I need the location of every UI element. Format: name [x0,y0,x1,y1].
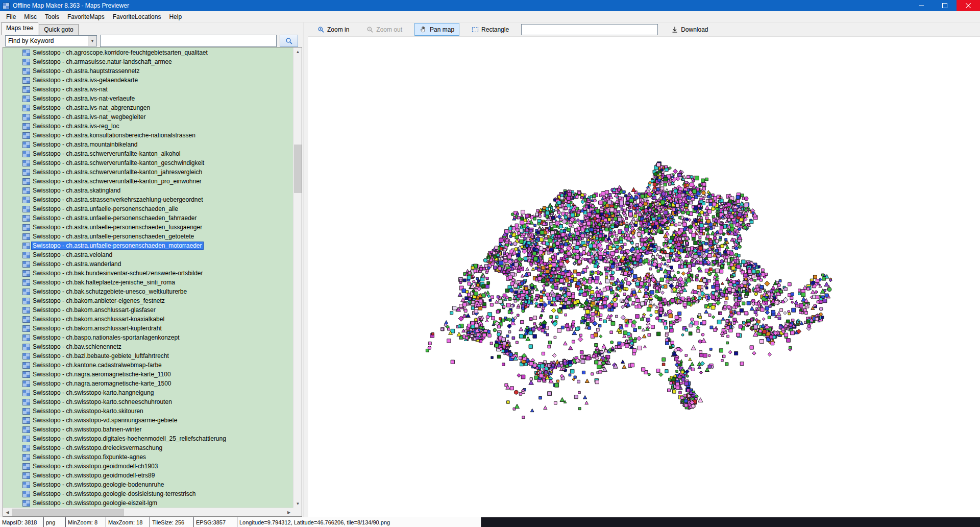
list-item[interactable]: Swisstopo - ch.nagra.aeromagnetische-kar… [3,379,293,388]
list-item[interactable]: Swisstopo - ch.astra.mountainbikeland [3,140,293,149]
list-item[interactable]: Swisstopo - ch.bak.halteplaetze-jenische… [3,278,293,287]
list-item[interactable]: Swisstopo - ch.armasuisse.natur-landscha… [3,57,293,66]
list-item[interactable]: Swisstopo - ch.bak.bundesinventar-schuet… [3,269,293,278]
list-item[interactable]: Swisstopo - ch.bakom.anschlussart-glasfa… [3,305,293,315]
list-item[interactable]: Swisstopo - ch.bak.schutzgebiete-unesco_… [3,287,293,296]
list-item[interactable]: Swisstopo - ch.astra.schwerverunfallte-k… [3,149,293,158]
scroll-up-arrow[interactable]: ▲ [293,47,302,56]
list-item[interactable]: Swisstopo - ch.astra.unfaelle-personensc… [3,232,293,241]
list-item-label: Swisstopo - ch.bakom.anbieter-eigenes_fe… [31,297,166,305]
scroll-right-arrow[interactable]: ▶ [285,508,293,517]
list-item[interactable]: Swisstopo - ch.astra.strassenverkehrszae… [3,195,293,204]
map-tile-icon [22,105,31,111]
scroll-down-arrow[interactable]: ▼ [293,499,302,508]
menu-item-tools[interactable]: Tools [41,12,63,21]
maximize-button[interactable] [933,0,957,11]
list-item[interactable]: Swisstopo - ch.swisstopo-karto.schneesch… [3,397,293,406]
map-tile-icon [22,325,31,332]
map-tile-icon [22,261,31,268]
zoom-in-button[interactable]: Zoom in [312,23,354,36]
map-tile-icon [22,114,31,121]
horizontal-scrollbar[interactable]: ◀ ▶ [3,508,293,516]
chevron-down-icon[interactable]: ▾ [88,36,96,46]
menu-item-favoritelocations[interactable]: FavoriteLocations [109,12,165,21]
list-item[interactable]: Swisstopo - ch.kantone.cadastralwebmap-f… [3,361,293,370]
list-item[interactable]: Swisstopo - ch.bakom.anbieter-eigenes_fe… [3,296,293,305]
zoom-out-button[interactable]: Zoom out [361,23,407,36]
list-item-label: Swisstopo - ch.bakom.anschlussart-glasfa… [31,306,157,314]
list-item[interactable]: Swisstopo - ch.swisstopo-vd.spannungsarm… [3,416,293,425]
scroll-left-arrow[interactable]: ◀ [3,508,12,516]
list-item[interactable]: Swisstopo - ch.bazl.bebaute-gebiete_luft… [3,351,293,361]
list-item[interactable]: Swisstopo - ch.astra.ivs-nat_wegbegleite… [3,112,293,122]
list-item[interactable]: Swisstopo - ch.astra.unfaelle-personensc… [3,204,293,213]
map-tile-icon [22,344,31,350]
menu-item-file[interactable]: File [2,12,20,21]
list-item[interactable]: Swisstopo - ch.swisstopo-karto.hangneigu… [3,388,293,397]
list-item[interactable]: Swisstopo - ch.astra.ivs-nat_abgrenzunge… [3,103,293,112]
download-button[interactable]: Download [666,23,713,36]
map-tile-icon [22,187,31,194]
list-item[interactable]: Swisstopo - ch.astra.ivs-nat-verlaeufe [3,94,293,103]
list-item[interactable]: Swisstopo - ch.astra.skatingland [3,186,293,195]
list-item[interactable]: Swisstopo - ch.astra.konsultationsbereic… [3,131,293,140]
list-item[interactable]: Swisstopo - ch.swisstopo.geoidmodell-etr… [3,471,293,480]
list-item[interactable]: Swisstopo - ch.swisstopo.digitales-hoehe… [3,434,293,443]
list-item[interactable]: Swisstopo - ch.swisstopo.geologie-bodenu… [3,480,293,489]
vertical-scrollbar[interactable]: ▲ ▼ [293,47,302,508]
panel-splitter[interactable] [304,22,308,517]
list-item[interactable]: Swisstopo - ch.bakom.anschlussart-kupfer… [3,324,293,333]
list-item[interactable]: Swisstopo - ch.astra.unfaelle-personensc… [3,213,293,223]
list-item[interactable]: Swisstopo - ch.astra.unfaelle-personensc… [3,241,293,250]
menu-item-help[interactable]: Help [165,12,186,21]
close-button[interactable] [957,0,980,11]
list-item-label: Swisstopo - ch.swisstopo-karto.schneesch… [31,398,174,406]
list-item[interactable]: Swisstopo - ch.swisstopo.geologie-eiszei… [3,498,293,508]
rectangle-icon [472,27,479,33]
toolbar-input[interactable] [521,24,658,35]
list-item[interactable]: Swisstopo - ch.astra.ivs-nat [3,85,293,94]
search-button[interactable] [280,35,298,47]
map-tile-icon [22,353,31,360]
search-input[interactable] [100,35,277,47]
list-item[interactable]: Swisstopo - ch.astra.veloland [3,250,293,259]
map-canvas[interactable] [308,37,980,517]
list-item[interactable]: Swisstopo - ch.swisstopo.fixpunkte-agnes [3,452,293,462]
search-mode-dropdown[interactable]: Find by Keyword ▾ [5,35,97,46]
list-item[interactable]: Swisstopo - ch.astra.hauptstrassennetz [3,66,293,76]
list-item[interactable]: Swisstopo - ch.astra.wanderland [3,259,293,269]
tab-maps-tree[interactable]: Maps tree [1,22,38,35]
menu-item-misc[interactable]: Misc [20,12,41,21]
list-item[interactable]: Swisstopo - ch.swisstopo.bahnen-winter [3,425,293,434]
list-item-label: Swisstopo - ch.bak.schutzgebiete-unesco_… [31,288,188,296]
list-item[interactable]: Swisstopo - ch.astra.ivs-gelaendekarte [3,76,293,85]
list-item[interactable]: Swisstopo - ch.swisstopo.geoidmodell-ch1… [3,462,293,471]
list-item[interactable]: Swisstopo - ch.astra.ivs-reg_loc [3,122,293,131]
list-item[interactable]: Swisstopo - ch.baspo.nationales-sportanl… [3,333,293,342]
list-item[interactable]: Swisstopo - ch.bav.schienennetz [3,342,293,351]
list-item[interactable]: Swisstopo - ch.nagra.aeromagnetische-kar… [3,370,293,379]
horizontal-scroll-thumb[interactable] [12,509,124,516]
rectangle-button[interactable]: Rectangle [467,23,514,36]
list-item-label: Swisstopo - ch.swisstopo-karto.skitouren [31,407,145,415]
list-item-label: Swisstopo - ch.astra.ivs-nat_abgrenzunge… [31,104,152,112]
list-item[interactable]: Swisstopo - ch.bakom.anschlussart-koaxia… [3,315,293,324]
menu-item-favoritemaps[interactable]: FavoriteMaps [63,12,109,21]
list-item[interactable]: Swisstopo - ch.astra.schwerverunfallte-k… [3,167,293,177]
list-item[interactable]: Swisstopo - ch.swisstopo-karto.skitouren [3,406,293,416]
pan-map-button[interactable]: Pan map [414,23,459,36]
vertical-scroll-thumb[interactable] [294,145,302,193]
map-tile-icon [22,334,31,341]
list-item-label: Swisstopo - ch.astra.unfaelle-personensc… [31,242,204,250]
map-tile-icon [22,417,31,424]
minimize-button[interactable] [910,0,933,11]
list-item[interactable]: Swisstopo - ch.swisstopo.geologie-dosisl… [3,489,293,498]
map-tile-icon [22,408,31,415]
map-tile-icon [22,224,31,231]
list-item[interactable]: Swisstopo - ch.swisstopo.dreiecksvermasc… [3,443,293,452]
tab-quick-goto[interactable]: Quick goto [39,24,78,35]
list-item[interactable]: Swisstopo - ch.astra.schwerverunfallte-k… [3,177,293,186]
list-item[interactable]: Swisstopo - ch.astra.schwerverunfallte-k… [3,158,293,167]
list-item[interactable]: Swisstopo - ch.astra.unfaelle-personensc… [3,223,293,232]
list-item[interactable]: Swisstopo - ch.agroscope.korridore-feuch… [3,48,293,57]
